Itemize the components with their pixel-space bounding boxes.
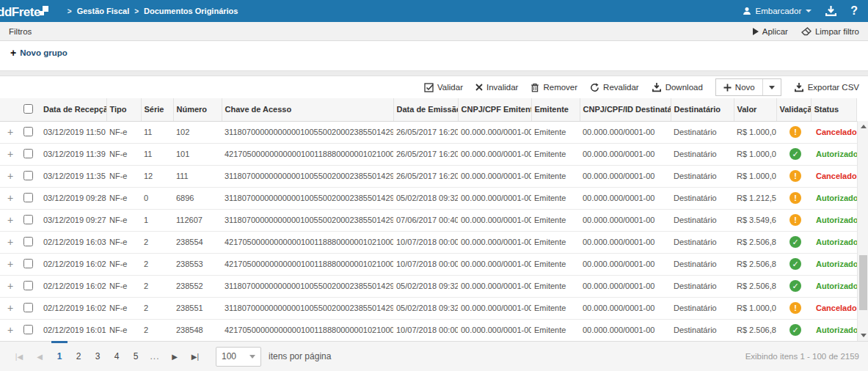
- first-page-button[interactable]: |◀: [11, 348, 27, 365]
- column-header[interactable]: Status: [811, 98, 857, 121]
- download-documents-button[interactable]: Download: [652, 83, 703, 92]
- row-checkbox[interactable]: [23, 149, 33, 158]
- column-header[interactable]: Data de Emissão: [393, 98, 458, 121]
- user-menu[interactable]: Embarcador: [743, 7, 812, 15]
- table-row[interactable]: + 03/12/2019 11:50 NF-e 11 102 311807000…: [0, 121, 857, 143]
- breadcrumb: > Gestão Fiscal > Documentos Originários: [68, 7, 238, 15]
- expand-row-button[interactable]: +: [0, 209, 21, 231]
- cnpj-destinatario-cell: 00.000.000/0001-00: [580, 121, 671, 143]
- scrollbar-thumb[interactable]: [859, 255, 867, 310]
- tipo-cell: NF-e: [106, 253, 141, 275]
- new-document-button[interactable]: Novo: [716, 79, 762, 95]
- page-button-5[interactable]: 5: [127, 348, 145, 365]
- column-header[interactable]: Série: [141, 98, 173, 121]
- expand-row-button[interactable]: +: [0, 297, 21, 319]
- column-header[interactable]: Validação: [776, 98, 811, 121]
- validacao-cell: [776, 297, 811, 319]
- select-all-checkbox[interactable]: [23, 104, 33, 114]
- page-button-4[interactable]: 4: [108, 348, 125, 365]
- row-checkbox[interactable]: [23, 193, 33, 202]
- column-header[interactable]: Chave de Acesso: [222, 98, 393, 121]
- row-checkbox[interactable]: [23, 237, 33, 246]
- validacao-cell: [776, 209, 811, 231]
- cnpj-destinatario-cell: 00.000.000/0001-00: [580, 187, 671, 209]
- column-header[interactable]: CNPJ/CPF Emitente: [458, 98, 531, 121]
- page-button-1[interactable]: 1: [51, 348, 68, 365]
- data-recepcao-cell: 03/12/2019 09:27: [40, 209, 106, 231]
- row-checkbox[interactable]: [23, 127, 33, 136]
- validate-button[interactable]: Validar: [424, 83, 463, 92]
- row-select-cell: [21, 275, 40, 297]
- column-header[interactable]: Data de Recepção↓: [40, 98, 106, 121]
- filters-header: Filtros Aplicar Limpar filtro: [0, 22, 868, 41]
- last-page-button[interactable]: ▶|: [187, 348, 203, 365]
- table-row[interactable]: + 02/12/2019 16:02 NF-e 2 238553 4217050…: [0, 253, 857, 275]
- scroll-down-button[interactable]: [858, 330, 868, 341]
- table-row[interactable]: + 03/12/2019 09:27 NF-e 1 112607 3118070…: [0, 209, 857, 231]
- expand-row-button[interactable]: +: [0, 143, 21, 165]
- page-size-select[interactable]: 100: [216, 347, 261, 367]
- clear-filter-button[interactable]: Limpar filtro: [801, 27, 859, 36]
- expand-row-button[interactable]: +: [0, 121, 21, 143]
- chave-acesso-cell: 3118070000000000010055002000238550142941…: [222, 187, 393, 209]
- app-logo-text: ddFrete: [0, 5, 40, 20]
- table-row[interactable]: + 03/12/2019 09:28 NF-e 0 6896 311807000…: [0, 187, 857, 209]
- column-header[interactable]: Destinatário: [671, 98, 734, 121]
- invalidate-button[interactable]: Invalidar: [475, 83, 518, 92]
- numero-cell: 112607: [173, 209, 222, 231]
- table-row[interactable]: + 02/12/2019 16:02 NF-e 2 238551 3118070…: [0, 297, 857, 319]
- revalidate-button[interactable]: Revalidar: [590, 83, 639, 92]
- column-header[interactable]: Número: [173, 98, 222, 121]
- validacao-cell: [776, 121, 811, 143]
- expand-row-button[interactable]: +: [0, 319, 21, 341]
- more-pages-button[interactable]: ...: [146, 348, 164, 365]
- column-header[interactable]: Tipo: [106, 98, 141, 121]
- row-checkbox[interactable]: [23, 171, 33, 180]
- vertical-scrollbar[interactable]: [857, 121, 868, 341]
- new-filter-group-button[interactable]: + Novo grupo: [10, 48, 68, 57]
- download-button[interactable]: [825, 6, 837, 17]
- expand-row-button[interactable]: +: [0, 187, 21, 209]
- expand-row-button[interactable]: +: [0, 253, 21, 275]
- expand-row-button[interactable]: +: [0, 165, 21, 187]
- tipo-cell: NF-e: [106, 165, 141, 187]
- row-checkbox[interactable]: [23, 325, 33, 334]
- serie-cell: 2: [141, 275, 173, 297]
- row-checkbox[interactable]: [23, 303, 33, 312]
- export-csv-button[interactable]: Exportar CSV: [794, 83, 859, 92]
- row-select-cell: [21, 165, 40, 187]
- new-document-label: Novo: [735, 83, 755, 92]
- valor-cell: R$ 2.506,86: [734, 231, 776, 253]
- expand-row-button[interactable]: +: [0, 231, 21, 253]
- status-cell: Autorizado: [811, 231, 857, 253]
- column-header[interactable]: CNPJ/CPF/ID Destinatário: [580, 98, 671, 121]
- breadcrumb-item-gestao-fiscal[interactable]: Gestão Fiscal: [77, 7, 130, 15]
- help-button[interactable]: ?: [850, 4, 858, 18]
- new-document-dropdown-button[interactable]: [762, 79, 781, 95]
- apply-filter-button[interactable]: Aplicar: [753, 27, 788, 36]
- table-row[interactable]: + 02/12/2019 16:01 NF-e 2 238548 4217050…: [0, 319, 857, 341]
- previous-page-button[interactable]: ◀: [32, 348, 48, 365]
- page-button-3[interactable]: 3: [89, 348, 106, 365]
- table-row[interactable]: + 03/12/2019 11:35 NF-e 12 111 311807000…: [0, 165, 857, 187]
- destinatario-cell: Destinatário: [671, 121, 734, 143]
- remove-button[interactable]: Remover: [530, 83, 577, 92]
- table-row[interactable]: + 02/12/2019 16:03 NF-e 2 238554 4217050…: [0, 231, 857, 253]
- next-page-button[interactable]: ▶: [167, 348, 183, 365]
- row-checkbox[interactable]: [23, 259, 33, 268]
- row-checkbox[interactable]: [23, 215, 33, 224]
- column-header[interactable]: Emitente: [531, 98, 580, 121]
- row-checkbox[interactable]: [23, 281, 33, 290]
- check-square-icon: [424, 83, 434, 92]
- table-row[interactable]: + 02/12/2019 16:02 NF-e 2 238552 3118070…: [0, 275, 857, 297]
- breadcrumb-item-documentos-originarios[interactable]: Documentos Originários: [144, 7, 238, 15]
- scroll-up-button[interactable]: [858, 121, 868, 132]
- trash-icon: [530, 83, 539, 92]
- validation-status-icon: [789, 192, 801, 204]
- validation-status-icon: [789, 302, 801, 314]
- app-logo[interactable]: ddFrete: [0, 3, 48, 20]
- page-button-2[interactable]: 2: [70, 348, 87, 365]
- column-header[interactable]: Valor: [734, 98, 776, 121]
- table-row[interactable]: + 03/12/2019 11:39 NF-e 11 101 421705000…: [0, 143, 857, 165]
- expand-row-button[interactable]: +: [0, 275, 21, 297]
